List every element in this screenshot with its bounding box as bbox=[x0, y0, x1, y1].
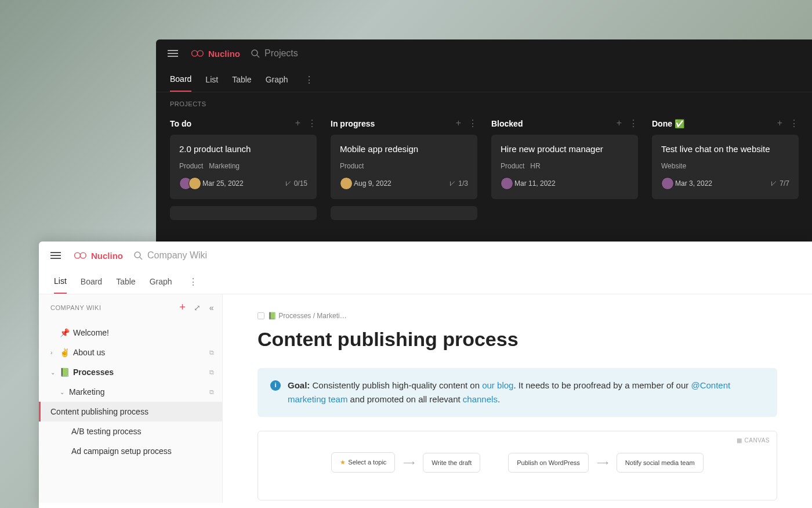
svg-line-3 bbox=[140, 257, 142, 260]
tree-label: Content publishing process bbox=[50, 407, 148, 416]
collapse-sidebar-icon[interactable]: « bbox=[209, 303, 214, 312]
flow-node[interactable]: Publish on WordPress bbox=[508, 453, 589, 473]
add-page-icon[interactable]: + bbox=[179, 301, 186, 314]
blog-link[interactable]: our blog bbox=[482, 380, 513, 390]
add-card-icon[interactable]: + bbox=[456, 118, 461, 129]
expand-icon[interactable]: ⤢ bbox=[194, 303, 201, 312]
add-card-icon[interactable]: + bbox=[295, 118, 300, 129]
column-done: Done ✅ +⋮ Test live chat on the website … bbox=[652, 112, 799, 220]
light-view-tabs: List Board Table Graph ⋮ bbox=[39, 269, 812, 294]
flow-node[interactable]: ★Select a topic bbox=[331, 452, 395, 473]
card-placeholder bbox=[170, 206, 317, 220]
brain-icon bbox=[188, 48, 205, 59]
copy-icon[interactable]: ⧉ bbox=[209, 369, 214, 376]
tab-board[interactable]: Board bbox=[170, 67, 191, 92]
goal-callout: i Goal: Consistently publish high-qualit… bbox=[258, 368, 777, 417]
tree-label: Marketing bbox=[69, 387, 104, 397]
add-card-icon[interactable]: + bbox=[777, 118, 782, 129]
tab-board[interactable]: Board bbox=[81, 270, 102, 293]
svg-point-0 bbox=[252, 50, 258, 56]
light-app-window: Nuclino Company Wiki List Board Table Gr… bbox=[39, 242, 812, 508]
channels-link[interactable]: channels bbox=[463, 394, 498, 404]
flow-node[interactable]: Write the draft bbox=[423, 453, 480, 473]
flowchart: ★Select a topic ⟶ Write the draft ⟶ Publ… bbox=[272, 445, 763, 473]
card[interactable]: Hire new product manager ProductHR Mar 1… bbox=[491, 135, 638, 199]
avatar bbox=[340, 177, 353, 190]
search-box[interactable]: Projects bbox=[251, 48, 298, 59]
column-menu-icon[interactable]: ⋮ bbox=[307, 118, 317, 129]
more-options-icon[interactable]: ⋮ bbox=[302, 74, 316, 85]
search-box[interactable]: Company Wiki bbox=[133, 250, 207, 261]
search-icon bbox=[251, 49, 260, 58]
arrow-right-icon: ⟶ bbox=[597, 458, 608, 467]
add-card-icon[interactable]: + bbox=[617, 118, 622, 129]
tab-graph[interactable]: Graph bbox=[150, 270, 172, 293]
checkbox-icon[interactable] bbox=[258, 312, 264, 319]
more-options-icon[interactable]: ⋮ bbox=[186, 276, 200, 287]
document-content: 📗 Processes / Marketi… Content publishin… bbox=[223, 294, 812, 503]
grid-icon: ▦ bbox=[737, 437, 742, 444]
brand-logo[interactable]: Nuclino bbox=[71, 250, 123, 261]
tree-item-processes[interactable]: ⌄📗Processes ⧉ bbox=[39, 362, 222, 382]
tab-list[interactable]: List bbox=[205, 68, 218, 91]
tab-table[interactable]: Table bbox=[232, 68, 251, 91]
canvas-embed[interactable]: ▦CANVAS ★Select a topic ⟶ Write the draf… bbox=[258, 431, 777, 500]
hamburger-menu-icon[interactable] bbox=[50, 250, 61, 261]
brain-icon bbox=[71, 250, 88, 261]
tree-label: Processes bbox=[73, 368, 114, 377]
card-progress: ⩗7/7 bbox=[770, 179, 789, 188]
column-title: To do bbox=[170, 119, 191, 128]
tree-item-ad-campaign[interactable]: Ad campaign setup process bbox=[39, 441, 222, 461]
book-icon: 📗 bbox=[60, 368, 70, 377]
card[interactable]: 2.0 product launch ProductMarketing Mar … bbox=[170, 135, 317, 199]
brand-name: Nuclino bbox=[91, 251, 123, 261]
tab-graph[interactable]: Graph bbox=[266, 68, 288, 91]
column-title: In progress bbox=[331, 119, 375, 128]
column-menu-icon[interactable]: ⋮ bbox=[789, 118, 799, 129]
card[interactable]: Mobile app redesign Product Aug 9, 2022 … bbox=[331, 135, 477, 199]
dark-view-tabs: Board List Table Graph ⋮ bbox=[156, 67, 812, 92]
card-progress: ⩗1/3 bbox=[449, 179, 468, 188]
assignee-avatars bbox=[340, 177, 349, 190]
column-menu-icon[interactable]: ⋮ bbox=[629, 118, 638, 129]
tree-item-welcome[interactable]: 📌Welcome! bbox=[39, 323, 222, 343]
document-title[interactable]: Content publishing process bbox=[258, 328, 777, 351]
card-tag: Website bbox=[661, 162, 686, 170]
tree-item-content-publishing[interactable]: Content publishing process bbox=[39, 402, 222, 421]
tree-item-marketing[interactable]: ⌄Marketing ⧉ bbox=[39, 382, 222, 402]
card-placeholder bbox=[331, 206, 477, 220]
card[interactable]: Test live chat on the website Website Ma… bbox=[652, 135, 799, 199]
card-date: Mar 3, 2022 bbox=[675, 179, 712, 188]
column-blocked: Blocked +⋮ Hire new product manager Prod… bbox=[491, 112, 638, 220]
kanban-board: To do +⋮ 2.0 product launch ProductMarke… bbox=[156, 112, 812, 220]
chevron-right-icon[interactable]: › bbox=[50, 350, 56, 356]
card-date: Aug 9, 2022 bbox=[354, 179, 392, 188]
arrow-right-icon: ⟶ bbox=[403, 458, 415, 467]
column-menu-icon[interactable]: ⋮ bbox=[468, 118, 477, 129]
chevron-down-icon[interactable]: ⌄ bbox=[50, 369, 56, 376]
svg-point-2 bbox=[135, 252, 140, 258]
tab-list[interactable]: List bbox=[54, 269, 67, 294]
tree-item-about[interactable]: ›✌️About us ⧉ bbox=[39, 343, 222, 362]
copy-icon[interactable]: ⧉ bbox=[209, 388, 214, 396]
search-label: Company Wiki bbox=[147, 250, 207, 261]
tree-label: About us bbox=[73, 348, 105, 357]
tab-table[interactable]: Table bbox=[116, 270, 135, 293]
pin-icon: 📌 bbox=[60, 328, 70, 337]
brand-logo[interactable]: Nuclino bbox=[188, 48, 240, 59]
tree-label: Welcome! bbox=[73, 328, 109, 337]
chevron-down-icon[interactable]: ⌄ bbox=[60, 389, 66, 395]
card-title: Test live chat on the website bbox=[661, 144, 789, 154]
card-title: 2.0 product launch bbox=[179, 144, 307, 154]
breadcrumb[interactable]: 📗 Processes / Marketi… bbox=[258, 312, 777, 320]
hamburger-menu-icon[interactable] bbox=[168, 48, 178, 59]
tree-item-ab-testing[interactable]: A/B testing process bbox=[39, 421, 222, 441]
avatar bbox=[188, 177, 201, 190]
info-icon: i bbox=[270, 380, 281, 391]
dark-app-window: Nuclino Projects Board List Table Graph … bbox=[156, 39, 812, 243]
flow-node[interactable]: Notify social media team bbox=[617, 453, 704, 473]
card-date: Mar 11, 2022 bbox=[514, 179, 556, 188]
copy-icon[interactable]: ⧉ bbox=[209, 349, 214, 356]
checklist-icon: ⩗ bbox=[770, 179, 777, 188]
callout-label: Goal: bbox=[288, 380, 310, 390]
